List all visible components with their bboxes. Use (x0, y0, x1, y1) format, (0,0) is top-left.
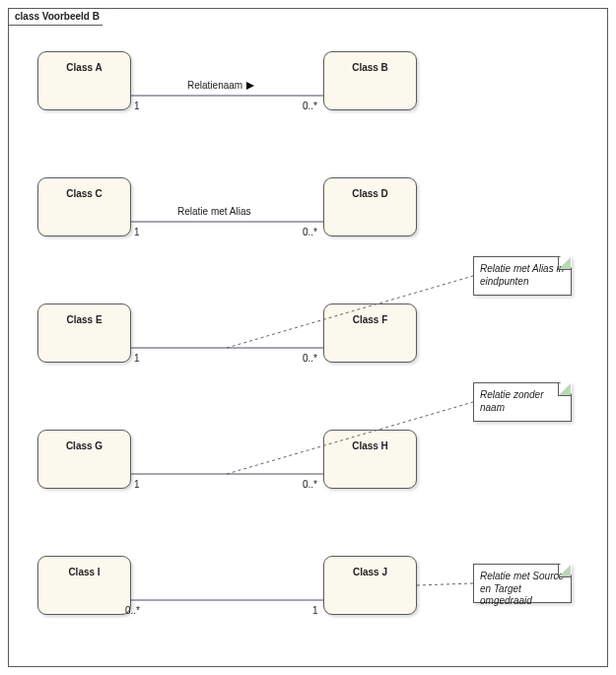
mult-h: 0..* (303, 479, 317, 490)
class-j[interactable]: Class J (323, 556, 417, 615)
note-relatie-met-alias-in-eindpunten[interactable]: Relatie met Alias in eindpunten (473, 256, 572, 296)
direction-arrow-icon (246, 82, 254, 90)
class-a[interactable]: Class A (37, 51, 131, 110)
relation-label-r2: Relatie met Alias (177, 206, 250, 217)
note-source-target-omgedraaid[interactable]: Relatie met Source en Target omgedraaid (473, 564, 572, 603)
mult-a: 1 (134, 101, 140, 111)
mult-d: 0..* (303, 227, 317, 237)
mult-g: 1 (134, 479, 140, 490)
class-i[interactable]: Class I (37, 556, 131, 615)
class-b[interactable]: Class B (323, 51, 417, 110)
class-c[interactable]: Class C (37, 177, 131, 236)
diagram-canvas: class Voorbeeld B Class A Class B Class … (0, 0, 616, 675)
note-text: Relatie met Alias in eindpunten (480, 263, 564, 287)
mult-i: 0..* (125, 605, 140, 616)
relation-label-r1: Relatienaam (187, 80, 242, 91)
class-g[interactable]: Class G (37, 430, 131, 489)
class-e[interactable]: Class E (37, 304, 131, 363)
mult-b: 0..* (303, 101, 317, 111)
mult-c: 1 (134, 227, 140, 237)
mult-f: 0..* (303, 353, 317, 364)
mult-e: 1 (134, 353, 140, 364)
class-f[interactable]: Class F (323, 304, 417, 363)
class-h[interactable]: Class H (323, 430, 417, 489)
class-d[interactable]: Class D (323, 177, 417, 236)
mult-j: 1 (312, 605, 318, 616)
note-text: Relatie zonder naam (480, 389, 543, 413)
note-relatie-zonder-naam[interactable]: Relatie zonder naam (473, 382, 572, 422)
note-text: Relatie met Source en Target omgedraaid (480, 571, 564, 606)
diagram-title: class Voorbeeld B (8, 8, 110, 26)
